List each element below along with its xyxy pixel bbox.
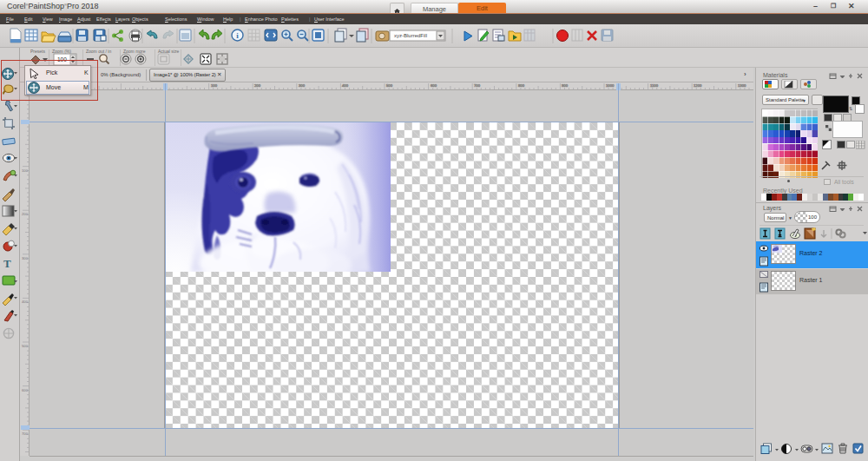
- svg-text:700: 700: [474, 83, 481, 88]
- svg-text:900: 900: [562, 83, 569, 88]
- svg-text:400: 400: [342, 83, 349, 88]
- svg-text:xyz-BlurredFill: xyz-BlurredFill: [394, 33, 427, 38]
- svg-text:500: 500: [22, 344, 29, 348]
- svg-text:T: T: [3, 257, 11, 270]
- svg-text:200: 200: [254, 83, 261, 88]
- svg-text:1000: 1000: [606, 83, 615, 88]
- svg-text:700: 700: [22, 431, 29, 436]
- svg-text:300: 300: [299, 83, 306, 88]
- svg-text:100: 100: [211, 83, 218, 88]
- svg-text:200: 200: [22, 212, 29, 216]
- svg-text:1100: 1100: [650, 83, 659, 88]
- svg-text:400: 400: [22, 300, 29, 304]
- svg-text:600: 600: [22, 388, 29, 392]
- svg-text:1200: 1200: [694, 83, 702, 88]
- svg-text:800: 800: [518, 83, 525, 88]
- svg-text:600: 600: [431, 83, 437, 88]
- svg-text:300: 300: [22, 256, 29, 260]
- svg-text:500: 500: [386, 83, 393, 88]
- svg-text:100: 100: [22, 168, 29, 173]
- svg-text:1300: 1300: [738, 83, 746, 88]
